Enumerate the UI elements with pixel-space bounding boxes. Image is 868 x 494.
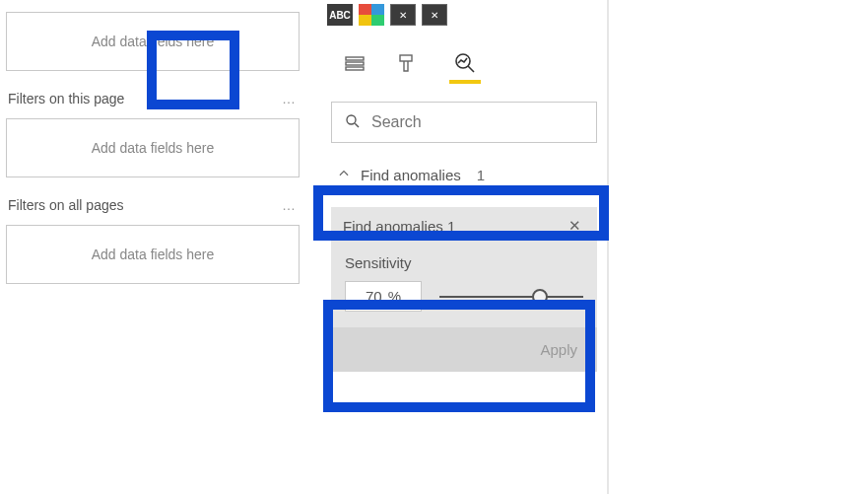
slider-thumb[interactable] [532, 289, 548, 305]
visualizations-panel: ABC ✕ ✕ [321, 0, 607, 494]
pane-tabs [321, 30, 607, 90]
viz-type-box2-icon[interactable]: ✕ [422, 4, 447, 26]
heading-text: Filters on this page [8, 91, 124, 106]
heading-text: Filters on all pages [8, 197, 124, 213]
svg-rect-1 [346, 62, 364, 65]
find-anomalies-section-header[interactable]: Find anomalies 1 [321, 153, 607, 197]
viz-type-grid-icon[interactable] [359, 4, 384, 26]
svg-rect-2 [346, 67, 364, 70]
sensitivity-label: Sensitivity [345, 254, 583, 271]
filters-panel: Add data fields here Filters on this pag… [0, 0, 305, 494]
sensitivity-input[interactable]: 70 % [345, 281, 422, 312]
anomaly-count: 1 [477, 167, 485, 183]
section-title: Find anomalies [361, 167, 461, 183]
anomaly-card: Find anomalies 1 ✕ Sensitivity 70 % [331, 207, 597, 327]
active-tab-underline [449, 80, 481, 84]
more-options-icon[interactable]: … [282, 91, 298, 106]
viz-type-text-icon[interactable]: ABC [327, 4, 353, 26]
search-box[interactable] [331, 102, 597, 143]
card-title: Find anomalies 1 [343, 218, 455, 235]
apply-button[interactable]: Apply [331, 327, 597, 372]
viz-gallery-row: ABC ✕ ✕ [321, 0, 607, 30]
viz-type-box1-icon[interactable]: ✕ [390, 4, 416, 26]
apply-label: Apply [540, 341, 577, 358]
close-icon[interactable]: ✕ [565, 217, 585, 235]
page-filters-dropzone[interactable]: Add data fields here [6, 118, 300, 177]
fields-tab-icon[interactable] [341, 50, 368, 78]
dropzone-placeholder: Add data fields here [92, 247, 215, 262]
analytics-tab-icon [451, 49, 479, 77]
svg-rect-0 [346, 57, 364, 60]
anomaly-card-header: Find anomalies 1 ✕ [331, 207, 597, 245]
sensitivity-slider[interactable] [439, 287, 583, 307]
all-pages-filters-heading: Filters on all pages … [6, 197, 300, 213]
format-tab-icon[interactable] [392, 50, 420, 78]
sensitivity-unit: % [388, 288, 401, 305]
search-icon [344, 112, 362, 133]
svg-point-5 [347, 115, 356, 124]
anomaly-card-body: Sensitivity 70 % [331, 245, 597, 327]
more-options-icon[interactable]: … [282, 197, 298, 213]
all-pages-filters-dropzone[interactable]: Add data fields here [6, 225, 300, 284]
dropzone-placeholder: Add data fields here [92, 140, 215, 156]
page-filters-heading: Filters on this page … [6, 91, 300, 106]
panel-divider [607, 0, 609, 494]
visual-filters-dropzone[interactable]: Add data fields here [6, 12, 300, 71]
search-input[interactable] [371, 113, 584, 131]
dropzone-placeholder: Add data fields here [92, 34, 215, 49]
slider-track [439, 296, 583, 298]
svg-rect-3 [400, 55, 412, 61]
analytics-tab[interactable] [443, 43, 487, 84]
sensitivity-value: 70 [366, 288, 382, 305]
chevron-up-icon [337, 167, 351, 183]
